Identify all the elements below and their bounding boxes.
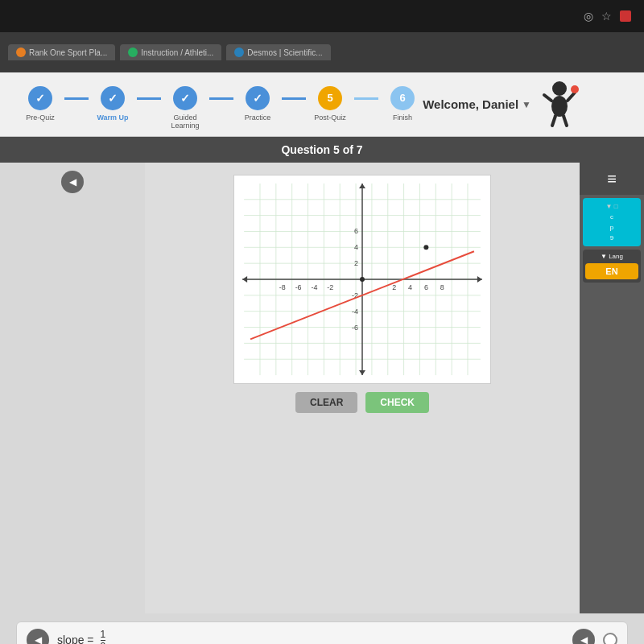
svg-text:-2: -2 [327,283,333,291]
svg-point-54 [360,277,365,282]
question-header: Question 5 of 7 [0,137,644,163]
lang-section: ▼ Lang EN [583,250,641,283]
step-number-finish: 6 [399,92,405,104]
svg-text:-6: -6 [295,283,302,291]
check-icon-3: ✓ [180,92,190,105]
svg-text:-4: -4 [311,283,317,291]
svg-text:-8: -8 [279,283,286,291]
svg-text:4: 4 [408,283,412,291]
welcome-text: Welcome, Daniel [423,97,518,111]
step-label-finish: Finish [393,114,412,122]
right-panel-top: ≡ [580,163,644,195]
right-panel: ≡ ▼ □ c p 9 ▼ Lang EN [580,163,644,613]
svg-text:4: 4 [354,243,358,251]
right-panel-section-1: ▼ □ c p 9 [583,198,641,246]
header: ✓ Pre-Quiz ✓ Warm Up ✓ GuidedLearning [0,72,644,137]
step-post-quiz[interactable]: 5 Post-Quiz [306,86,354,122]
tab-favicon-desmos [234,47,244,57]
browser-top-bar: ◎ ☆ [0,0,644,32]
fraction-1-2: 1 2 [101,630,106,645]
check-icon-2: ✓ [108,92,118,105]
step-circle-finish: 6 [390,86,415,110]
step-circle-practice: ✓ [246,86,270,110]
svg-point-55 [423,245,428,250]
tab-label-rank-one: Rank One Sport Pla... [29,48,107,57]
step-practice[interactable]: ✓ Practice [233,86,282,122]
svg-text:8: 8 [440,283,444,291]
red-icon [620,10,631,22]
svg-text:6: 6 [424,283,428,291]
graph-box: -2 -4 -6 -8 2 4 6 8 2 4 6 -2 -4 [233,175,491,384]
dropdown-arrow-icon: ▼ [522,99,531,110]
check-icon: ✓ [35,92,45,105]
answers-area: ◀ slope = 1 2 ◀ ◀ slope = -3 ◀ [0,613,644,644]
compass-icon: ◎ [584,10,593,23]
radio-answer-a[interactable] [603,633,617,644]
tab-desmos[interactable]: Desmos | Scientific... [226,44,330,60]
avatar [539,80,580,129]
graph-buttons: CLEAR CHECK [295,392,429,413]
svg-line-3 [568,93,575,101]
step-label-guided: GuidedLearning [171,114,199,130]
tab-label-desmos: Desmos | Scientific... [247,48,322,57]
svg-text:-6: -6 [352,324,358,332]
lang-label: ▼ Lang [585,253,638,260]
answer-choice-a: ◀ slope = 1 2 ◀ [16,621,628,644]
connector-3 [282,97,306,100]
connector-4 [354,97,378,100]
star-icon: ☆ [601,10,612,23]
audio-button-left[interactable]: ◀ [61,171,84,193]
right-panel-icon: ≡ [607,170,617,188]
svg-line-5 [552,116,555,126]
main-content: ✓ Pre-Quiz ✓ Warm Up ✓ GuidedLearning [0,72,644,644]
step-warm-up[interactable]: ✓ Warm Up [89,86,137,122]
welcome-dropdown[interactable]: Welcome, Daniel ▼ [423,97,531,111]
tab-rank-one[interactable]: Rank One Sport Pla... [8,44,115,60]
svg-point-1 [551,96,568,117]
step-label-practice: Practice [245,114,271,122]
left-panel: ◀ [0,163,145,613]
step-label-post-quiz: Post-Quiz [314,114,346,122]
step-label-warm-up: Warm Up [97,114,128,122]
svg-text:2: 2 [392,283,396,291]
svg-text:6: 6 [354,227,358,235]
answer-text-a: slope = 1 2 [57,630,564,645]
svg-point-0 [552,81,567,96]
connector-1 [137,97,161,100]
svg-line-6 [564,116,567,126]
tab-label-instruction: Instruction / Athleti... [141,48,213,57]
svg-text:2: 2 [354,259,358,267]
step-circle-guided: ✓ [173,86,197,110]
welcome-area: Welcome, Daniel ▼ [423,80,580,129]
question-title: Question 5 of 7 [281,143,362,156]
en-button[interactable]: EN [585,263,638,279]
connector-0 [64,97,89,100]
check-icon-4: ✓ [253,92,262,105]
step-circle-pre-quiz: ✓ [28,86,52,110]
step-circle-post-quiz: 5 [318,86,342,110]
coordinate-graph: -2 -4 -6 -8 2 4 6 8 2 4 6 -2 -4 [234,175,490,383]
step-finish[interactable]: 6 Finish [378,86,427,122]
browser-chrome: ◎ ☆ Rank One Sport Pla... Instruction / … [0,0,644,72]
audio-button-answer-a-right[interactable]: ◀ [572,629,595,644]
clear-button[interactable]: CLEAR [295,392,357,413]
svg-point-4 [571,85,579,93]
svg-line-2 [544,95,551,101]
browser-tab-bar: Rank One Sport Pla... Instruction / Athl… [0,32,644,72]
step-number-post-quiz: 5 [327,92,332,104]
connector-2 [209,97,233,100]
step-pre-quiz[interactable]: ✓ Pre-Quiz [16,86,64,122]
step-label-pre-quiz: Pre-Quiz [26,114,55,122]
step-guided-learning[interactable]: ✓ GuidedLearning [161,86,209,130]
tab-favicon-rank-one [16,47,26,57]
progress-steps: ✓ Pre-Quiz ✓ Warm Up ✓ GuidedLearning [16,86,427,130]
tab-instruction[interactable]: Instruction / Athleti... [120,44,221,60]
question-area: ◀ [0,163,644,613]
check-button[interactable]: CHECK [365,392,429,413]
audio-button-answer-a[interactable]: ◀ [27,629,49,644]
graph-container: -2 -4 -6 -8 2 4 6 8 2 4 6 -2 -4 [145,163,580,613]
svg-text:-4: -4 [352,308,358,316]
step-circle-warm-up: ✓ [101,86,125,110]
tab-favicon-instruction [128,47,138,57]
avatar-svg [539,80,580,129]
